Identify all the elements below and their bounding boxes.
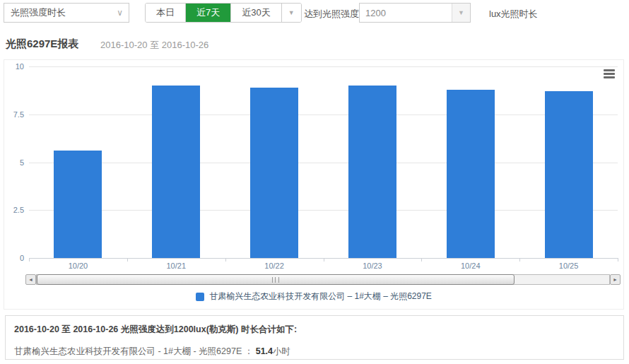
- x-axis-tick-mark: [618, 258, 618, 262]
- y-axis-tick-label: 5: [4, 158, 24, 167]
- y-axis-tick-label: 10: [4, 62, 24, 71]
- summary-panel: 2016-10-20 至 2016-10-26 光照强度达到1200lux(勒克…: [5, 315, 624, 360]
- x-axis-tick-label: 10/24: [442, 262, 499, 270]
- chart-scrollbar: ◄ ►: [25, 274, 621, 285]
- range-button-group: 本日 近7天 近30天 ▼: [145, 3, 302, 23]
- date-range: 2016-10-20 至 2016-10-26: [100, 39, 208, 52]
- y-gridline: [29, 66, 618, 67]
- toolbar: 光照强度时长 ∨ 本日 近7天 近30天 ▼ 达到光照强度 ▼ lux光照时长: [0, 0, 629, 31]
- y-gridline: [29, 210, 618, 211]
- legend-label: 甘肃榆兴生态农业科技开发有限公司 – 1#大棚 – 光照6297E: [209, 290, 432, 303]
- range-button-30days[interactable]: 近30天: [231, 4, 281, 22]
- threshold-label: 达到光照强度: [304, 8, 359, 20]
- chevron-down-icon: ∨: [117, 4, 123, 22]
- bar-chart: 02.557.51010/2010/2110/2210/2310/2410/25…: [4, 59, 624, 310]
- bar-10/21[interactable]: [152, 86, 200, 258]
- bar-10/22[interactable]: [250, 88, 298, 258]
- scrollbar-left-arrow-icon[interactable]: ◄: [25, 274, 36, 285]
- range-button-7days[interactable]: 近7天: [186, 4, 231, 22]
- y-axis-tick-label: 7.5: [4, 110, 24, 119]
- x-axis-tick-label: 10/20: [49, 262, 106, 270]
- y-gridline: [29, 115, 618, 115]
- scrollbar-right-arrow-icon[interactable]: ►: [610, 274, 621, 285]
- unit-label: lux光照时长: [489, 8, 538, 20]
- scrollbar-thumb[interactable]: [37, 274, 515, 285]
- threshold-input[interactable]: [360, 4, 452, 22]
- scrollbar-grip-icon: [272, 277, 279, 283]
- summary-series-name: 甘肃榆兴生态农业科技开发有限公司 - 1#大棚 - 光照6297E ：: [14, 346, 256, 356]
- legend-item[interactable]: 甘肃榆兴生态农业科技开发有限公司 – 1#大棚 – 光照6297E: [4, 290, 623, 303]
- bar-10/25[interactable]: [545, 91, 593, 258]
- threshold-dropdown-arrow[interactable]: ▼: [452, 4, 470, 22]
- legend-marker-icon: [196, 293, 204, 301]
- chart-menu-icon[interactable]: [604, 69, 615, 80]
- x-axis-tick-label: 10/23: [344, 262, 401, 270]
- bar-10/24[interactable]: [447, 90, 495, 258]
- summary-total-hours: 51.4: [256, 346, 273, 356]
- summary-unit: 小时: [273, 346, 290, 356]
- y-gridline: [29, 163, 618, 163]
- caret-down-icon: ▼: [458, 9, 464, 16]
- range-more-dropdown[interactable]: ▼: [282, 4, 301, 22]
- caret-down-icon: ▼: [288, 9, 295, 16]
- metric-select[interactable]: 光照强度时长 ∨: [4, 3, 129, 23]
- x-axis-tick-label: 10/22: [246, 262, 302, 270]
- summary-detail: 甘肃榆兴生态农业科技开发有限公司 - 1#大棚 - 光照6297E ： 51.4…: [14, 346, 615, 358]
- x-axis-tick-label: 10/21: [148, 262, 204, 270]
- y-axis-tick-label: 0: [4, 254, 24, 262]
- bar-10/20[interactable]: [54, 151, 102, 258]
- x-axis-tick-label: 10/25: [541, 262, 597, 270]
- threshold-input-box: ▼: [359, 3, 471, 23]
- y-axis-tick-label: 2.5: [4, 206, 24, 214]
- x-axis-line: [29, 258, 618, 259]
- bar-10/23[interactable]: [348, 86, 396, 258]
- range-button-today[interactable]: 本日: [146, 4, 186, 22]
- page-title: 光照6297E报表: [6, 37, 78, 51]
- summary-heading: 2016-10-20 至 2016-10-26 光照强度达到1200lux(勒克…: [14, 324, 615, 336]
- metric-select-value: 光照强度时长: [11, 7, 66, 18]
- report-header: 光照6297E报表 2016-10-20 至 2016-10-26: [0, 34, 629, 55]
